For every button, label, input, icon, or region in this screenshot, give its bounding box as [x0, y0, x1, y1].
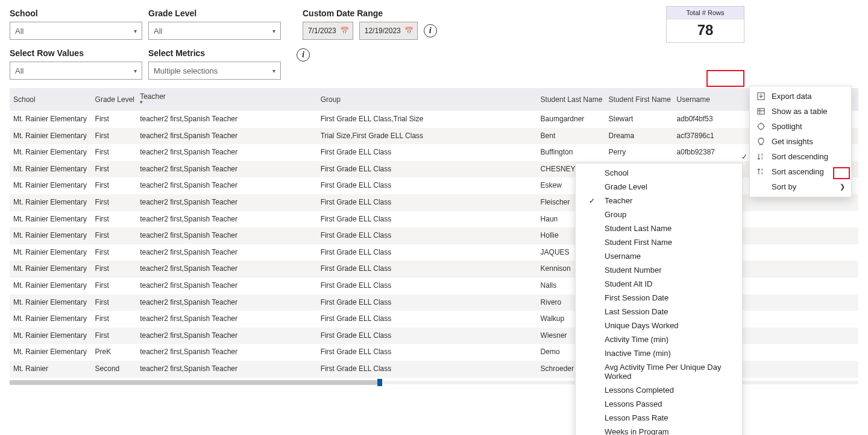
table-cell: Mt. Rainier Elementary [10, 194, 92, 211]
filter-school-dropdown[interactable]: All ▾ [10, 22, 142, 40]
filter-grade-dropdown[interactable]: All ▾ [148, 22, 281, 40]
table-cell: Mt. Rainier Elementary [10, 311, 92, 328]
table-row[interactable]: Mt. Rainier ElementaryFirstteacher2 firs… [10, 144, 858, 161]
table-cell: First Grade ELL Class [317, 328, 537, 345]
sortby-menu-item[interactable]: Group [576, 208, 742, 221]
table-cell: First [92, 161, 137, 178]
sortby-menu-item[interactable]: Avg Activity Time Per Unique Day Worked [576, 360, 742, 383]
table-cell: First [92, 278, 137, 294]
table-cell: First [92, 111, 137, 128]
table-header: School Grade Level Teacher▾ Group Studen… [10, 88, 858, 111]
sortby-menu-item[interactable]: School [576, 166, 742, 180]
sortby-item-label: Weeks in Program [605, 427, 669, 435]
table-cell: Mt. Rainier Elementary [10, 161, 92, 178]
filter-metrics-dropdown[interactable]: Multiple selections ▾ [148, 62, 281, 80]
sortby-menu-item[interactable]: Lessons Completed [576, 383, 742, 397]
table-cell [817, 361, 858, 378]
table-cell: teacher2 first,Spanish Teacher [136, 244, 316, 261]
info-icon[interactable]: i [297, 48, 310, 62]
table-cell: Trial Size,First Grade ELL Class [317, 128, 537, 145]
date-to-value: 12/19/2023 [365, 27, 401, 35]
sortby-menu-item[interactable]: Student Alt ID [576, 277, 742, 291]
table-cell: Mt. Rainier Elementary [10, 111, 92, 128]
svg-text:A: A [761, 153, 763, 156]
annotation-highlight-more-options [706, 70, 744, 87]
table-cell [817, 311, 858, 328]
context-menu-item[interactable]: AZSort ascending [750, 164, 851, 179]
table-cell: Stewart [605, 111, 673, 128]
info-icon[interactable]: i [424, 24, 437, 37]
table-cell: First Grade ELL Class [317, 227, 537, 244]
chevron-down-icon: ▾ [272, 28, 275, 34]
table-cell [817, 261, 858, 278]
table-cell: teacher2 first,Spanish Teacher [136, 128, 316, 145]
filter-rowvalues-dropdown[interactable]: All ▾ [10, 62, 142, 80]
sortby-menu-item[interactable]: Last Session Date [576, 305, 742, 319]
table-cell [756, 227, 817, 244]
table-cell: Bent [537, 128, 605, 145]
sortby-menu-item[interactable]: Lesson Pass Rate [576, 411, 742, 425]
table-cell: teacher2 first,Spanish Teacher [136, 294, 316, 311]
col-header-grade[interactable]: Grade Level [92, 88, 137, 111]
table-cell: teacher2 first,Spanish Teacher [136, 328, 316, 345]
sortby-menu-item[interactable]: Student Last Name [576, 221, 742, 235]
sortby-menu-item[interactable]: Grade Level [576, 180, 742, 194]
context-menu-item[interactable]: Export data [750, 89, 851, 104]
table-cell: First [92, 328, 137, 345]
sortby-menu-item[interactable]: Weeks in Program [576, 425, 742, 435]
col-header-firstname[interactable]: Student First Name [605, 88, 673, 111]
table-cell: First [92, 311, 137, 328]
sortby-menu-item[interactable]: ✓Teacher [576, 194, 742, 208]
col-header-lastname[interactable]: Student Last Name [537, 88, 605, 111]
sortby-menu-item[interactable]: Activity Time (min) [576, 332, 742, 346]
scrollbar-handle[interactable] [377, 379, 382, 386]
table-cell: First Grade ELL Class [317, 294, 537, 311]
date-to-input[interactable]: 12/19/2023 📅 [359, 22, 418, 40]
sortby-item-label: Grade Level [605, 182, 647, 191]
table-cell: Second [92, 361, 137, 378]
col-header-teacher[interactable]: Teacher▾ [136, 88, 316, 111]
sortby-item-label: First Session Date [605, 293, 668, 302]
chevron-down-icon: ▾ [272, 68, 275, 74]
svg-rect-1 [757, 109, 764, 114]
filter-metrics: Select Metrics Multiple selections ▾ [148, 48, 281, 80]
sortby-menu-item[interactable]: First Session Date [576, 291, 742, 305]
date-from-input[interactable]: 7/1/2023 📅 [303, 22, 353, 40]
table-cell [756, 261, 817, 278]
context-menu-item[interactable]: Show as a table [750, 104, 851, 119]
context-menu-item[interactable]: Spotlight [750, 119, 851, 134]
sortby-menu-item[interactable]: Username [576, 249, 742, 263]
table-cell: acf37896c1 [673, 128, 756, 145]
table-cell [756, 344, 817, 361]
table-cell: Mt. Rainier Elementary [10, 328, 92, 345]
col-header-group[interactable]: Group [317, 88, 537, 111]
sortby-item-label: Avg Activity Time Per Unique Day Worked [605, 363, 735, 381]
table-cell: First [92, 144, 137, 161]
sortby-menu-item[interactable]: Inactive Time (min) [576, 346, 742, 360]
table-cell: First [92, 194, 137, 211]
context-menu-item[interactable]: Get insights [750, 134, 851, 149]
table-cell: Mt. Rainier Elementary [10, 261, 92, 278]
table-row[interactable]: Mt. Rainier ElementaryFirstteacher2 firs… [10, 128, 858, 145]
col-header-school[interactable]: School [10, 88, 92, 111]
sortby-item-label: Group [605, 210, 626, 219]
col-header-username[interactable]: Username [673, 88, 756, 111]
table-row[interactable]: Mt. Rainier ElementaryFirstteacher2 firs… [10, 111, 858, 128]
chevron-right-icon: ❯ [840, 183, 845, 191]
sortby-menu-item[interactable]: Student Number [576, 263, 742, 277]
sortby-menu-item[interactable]: Unique Days Worked [576, 319, 742, 332]
scrollbar-thumb[interactable] [10, 380, 377, 385]
table-cell [756, 311, 817, 328]
calendar-icon: 📅 [340, 27, 349, 35]
table-cell: Mt. Rainier Elementary [10, 227, 92, 244]
filter-grade: Grade Level All ▾ [148, 8, 281, 40]
table-cell: Mt. Rainier Elementary [10, 211, 92, 228]
table-cell: Mt. Rainier Elementary [10, 294, 92, 311]
table-cell: teacher2 first,Spanish Teacher [136, 161, 316, 178]
table-cell: First Grade ELL Class [317, 211, 537, 228]
context-menu-item[interactable]: Sort by❯ [750, 179, 851, 194]
sortby-menu-item[interactable]: Lessons Passed [576, 397, 742, 411]
context-menu-item[interactable]: ✓AZSort descending [750, 149, 851, 164]
menu-item-label: Get insights [772, 137, 813, 146]
sortby-menu-item[interactable]: Student First Name [576, 235, 742, 249]
